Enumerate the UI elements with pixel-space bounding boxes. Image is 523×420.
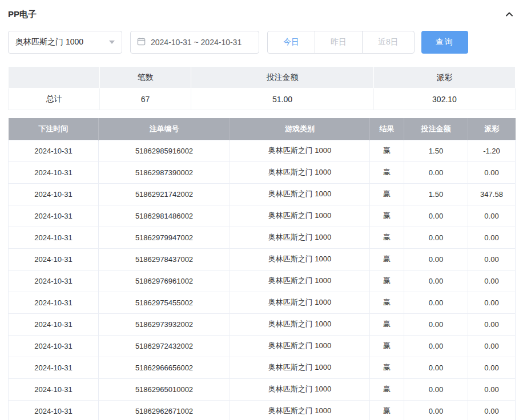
cell-order-id: 51862966656002: [99, 357, 230, 378]
chevron-up-icon[interactable]: [504, 9, 515, 20]
cell-bet-time: 2024-10-31: [9, 400, 99, 420]
cell-result: 赢: [370, 161, 404, 183]
cell-payout: 0.00: [468, 292, 516, 313]
cell-game-type: 奥林匹斯之门 1000: [230, 227, 370, 248]
cell-order-id: 51862921742002: [99, 183, 230, 205]
cell-order-id: 51862987390002: [99, 161, 230, 183]
summary-header-bet-amount: 投注金额: [191, 67, 374, 88]
cell-bet-amount: 0.00: [404, 335, 468, 357]
cell-order-id: 51862965010002: [99, 378, 230, 400]
cell-bet-amount: 0.00: [404, 313, 468, 335]
table-row: 2024-10-3151862962671002奥林匹斯之门 1000赢0.00…: [9, 400, 516, 420]
cell-payout: 0.00: [468, 270, 516, 292]
table-row: 2024-10-3151862987390002奥林匹斯之门 1000赢0.00…: [9, 161, 516, 183]
cell-result: 赢: [370, 313, 404, 335]
pp-electronic-panel: PP电子 奥林匹斯之门 1000 2024-10-31 ~ 2024-10-31…: [0, 0, 523, 420]
cell-payout: 347.58: [468, 183, 516, 205]
cell-bet-amount: 0.00: [404, 227, 468, 248]
cell-bet-time: 2024-10-31: [9, 292, 99, 313]
cell-game-type: 奥林匹斯之门 1000: [230, 292, 370, 313]
table-row: 2024-10-3151862921742002奥林匹斯之门 1000赢1.50…: [9, 183, 516, 205]
quick-range-today-button[interactable]: 今日: [267, 31, 315, 54]
table-row: 2024-10-3151862975455002奥林匹斯之门 1000赢0.00…: [9, 292, 516, 313]
cell-payout: 0.00: [468, 161, 516, 183]
cell-result: 赢: [370, 140, 404, 161]
date-range-value: 2024-10-31 ~ 2024-10-31: [151, 38, 242, 47]
summary-row: 总计 67 51.00 302.10: [9, 88, 516, 110]
game-select[interactable]: 奥林匹斯之门 1000: [8, 31, 122, 54]
cell-bet-time: 2024-10-31: [9, 140, 99, 161]
col-header-payout: 派彩: [468, 118, 516, 140]
cell-bet-time: 2024-10-31: [9, 378, 99, 400]
cell-bet-time: 2024-10-31: [9, 335, 99, 357]
cell-game-type: 奥林匹斯之门 1000: [230, 335, 370, 357]
cell-bet-amount: 0.00: [404, 400, 468, 420]
cell-order-id: 51862973932002: [99, 313, 230, 335]
date-range-picker[interactable]: 2024-10-31 ~ 2024-10-31: [130, 31, 259, 54]
col-header-bet-time: 下注时间: [9, 118, 99, 140]
cell-bet-time: 2024-10-31: [9, 248, 99, 270]
summary-bet-amount-value: 51.00: [191, 88, 374, 110]
summary-header-payout: 派彩: [374, 67, 516, 88]
cell-bet-amount: 0.00: [404, 205, 468, 227]
cell-payout: 0.00: [468, 248, 516, 270]
cell-bet-amount: 0.00: [404, 248, 468, 270]
cell-order-id: 51862972432002: [99, 335, 230, 357]
cell-order-id: 51862962671002: [99, 400, 230, 420]
cell-game-type: 奥林匹斯之门 1000: [230, 378, 370, 400]
table-row: 2024-10-3151862976961002奥林匹斯之门 1000赢0.00…: [9, 270, 516, 292]
cell-result: 赢: [370, 357, 404, 378]
quick-range-group: 今日 昨日 近8日: [267, 31, 415, 54]
cell-bet-time: 2024-10-31: [9, 270, 99, 292]
cell-result: 赢: [370, 378, 404, 400]
cell-bet-time: 2024-10-31: [9, 357, 99, 378]
cell-order-id: 51862978437002: [99, 248, 230, 270]
cell-game-type: 奥林匹斯之门 1000: [230, 183, 370, 205]
panel-header: PP电子: [8, 6, 515, 23]
cell-bet-amount: 1.50: [404, 183, 468, 205]
cell-bet-amount: 0.00: [404, 270, 468, 292]
quick-range-yesterday-button[interactable]: 昨日: [315, 31, 363, 54]
cell-payout: 0.00: [468, 205, 516, 227]
table-row: 2024-10-3151862966656002奥林匹斯之门 1000赢0.00…: [9, 357, 516, 378]
cell-result: 赢: [370, 270, 404, 292]
summary-count-value: 67: [100, 88, 191, 110]
search-button[interactable]: 查询: [421, 31, 468, 54]
cell-game-type: 奥林匹斯之门 1000: [230, 357, 370, 378]
cell-game-type: 奥林匹斯之门 1000: [230, 400, 370, 420]
cell-payout: -1.20: [468, 140, 516, 161]
cell-game-type: 奥林匹斯之门 1000: [230, 161, 370, 183]
col-header-result: 结果: [370, 118, 404, 140]
cell-bet-amount: 0.00: [404, 378, 468, 400]
cell-game-type: 奥林匹斯之门 1000: [230, 270, 370, 292]
cell-result: 赢: [370, 205, 404, 227]
cell-order-id: 51862985916002: [99, 140, 230, 161]
cell-payout: 0.00: [468, 378, 516, 400]
cell-game-type: 奥林匹斯之门 1000: [230, 140, 370, 161]
cell-result: 赢: [370, 227, 404, 248]
cell-bet-amount: 0.00: [404, 161, 468, 183]
cell-bet-amount: 0.00: [404, 292, 468, 313]
summary-header-count: 笔数: [100, 67, 191, 88]
page-title: PP电子: [8, 9, 37, 20]
quick-range-last8days-button[interactable]: 近8日: [362, 31, 415, 54]
calendar-icon: [137, 37, 146, 47]
cell-order-id: 51862981486002: [99, 205, 230, 227]
cell-result: 赢: [370, 183, 404, 205]
cell-bet-time: 2024-10-31: [9, 183, 99, 205]
cell-result: 赢: [370, 248, 404, 270]
table-row: 2024-10-3151862965010002奥林匹斯之门 1000赢0.00…: [9, 378, 516, 400]
col-header-bet-amount: 投注金额: [404, 118, 468, 140]
table-row: 2024-10-3151862973932002奥林匹斯之门 1000赢0.00…: [9, 313, 516, 335]
cell-bet-amount: 1.50: [404, 140, 468, 161]
cell-bet-time: 2024-10-31: [9, 205, 99, 227]
table-row: 2024-10-3151862972432002奥林匹斯之门 1000赢0.00…: [9, 335, 516, 357]
cell-bet-time: 2024-10-31: [9, 227, 99, 248]
cell-payout: 0.00: [468, 227, 516, 248]
cell-bet-amount: 0.00: [404, 357, 468, 378]
cell-game-type: 奥林匹斯之门 1000: [230, 248, 370, 270]
summary-table: 笔数 投注金额 派彩 总计 67 51.00 302.10: [8, 66, 516, 110]
cell-game-type: 奥林匹斯之门 1000: [230, 205, 370, 227]
summary-row-label: 总计: [9, 88, 100, 110]
col-header-game-type: 游戏类别: [230, 118, 370, 140]
